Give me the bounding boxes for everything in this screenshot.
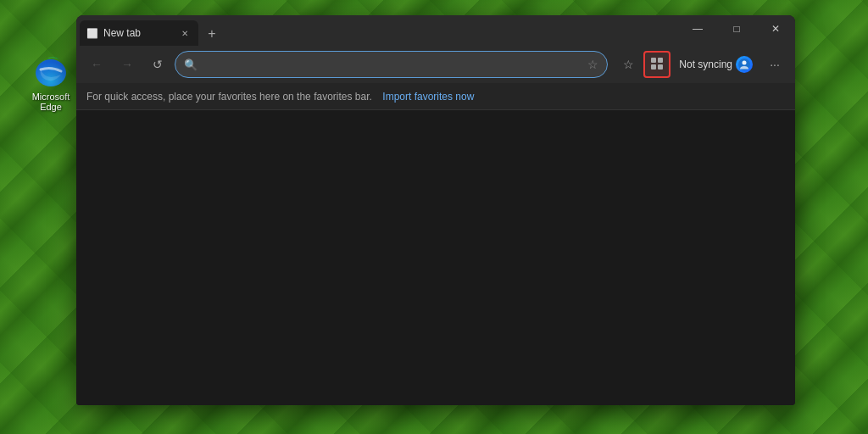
more-icon: ··· [770,58,780,71]
favorites-message: For quick access, place your favorites h… [86,91,372,103]
address-input[interactable] [203,58,582,71]
title-bar: ⬜ New tab ✕ + — □ ✕ [76,15,795,46]
svg-rect-1 [651,58,656,63]
forward-button[interactable]: → [114,51,141,78]
svg-point-6 [743,61,747,65]
new-tab-button[interactable]: + [200,22,224,46]
main-content [76,110,795,405]
collections-button[interactable] [643,51,670,78]
edge-desktop-icon[interactable]: Microsoft Edge [24,51,78,112]
not-syncing-button[interactable]: Not syncing [672,52,760,77]
favorites-icon: ☆ [623,58,634,71]
favorites-star-icon[interactable]: ☆ [587,58,598,71]
svg-point-0 [36,59,66,86]
tab-bar: ⬜ New tab ✕ + [76,20,224,46]
tab-title: New tab [103,27,173,39]
refresh-button[interactable]: ↺ [144,51,171,78]
edge-logo-icon [32,51,70,88]
not-syncing-label: Not syncing [679,58,732,70]
close-button[interactable]: ✕ [756,15,795,42]
browser-window: ⬜ New tab ✕ + — □ ✕ ← → ↺ 🔍 ☆ ☆ [76,15,795,405]
svg-rect-2 [658,58,663,63]
svg-rect-4 [658,64,663,70]
address-bar[interactable]: 🔍 ☆ [175,51,608,78]
edge-icon-label: Microsoft Edge [24,92,78,112]
favorites-bar: For quick access, place your favorites h… [76,83,795,110]
import-favorites-link[interactable]: Import favorites now [382,91,474,103]
window-controls: — □ ✕ [678,15,795,42]
toolbar: ← → ↺ 🔍 ☆ ☆ [76,46,795,83]
svg-rect-3 [651,64,656,70]
toolbar-right: ☆ Not syncing [615,51,788,78]
collections-icon [650,57,664,73]
minimize-button[interactable]: — [678,15,717,42]
tab-close-button[interactable]: ✕ [178,26,192,40]
favorites-button[interactable]: ☆ [615,51,642,78]
tab-page-icon: ⬜ [86,27,98,39]
maximize-button[interactable]: □ [717,15,756,42]
search-icon: 🔍 [184,58,198,71]
more-options-button[interactable]: ··· [761,51,788,78]
back-button[interactable]: ← [83,51,110,78]
profile-icon [736,56,753,73]
active-tab[interactable]: ⬜ New tab ✕ [80,20,198,46]
